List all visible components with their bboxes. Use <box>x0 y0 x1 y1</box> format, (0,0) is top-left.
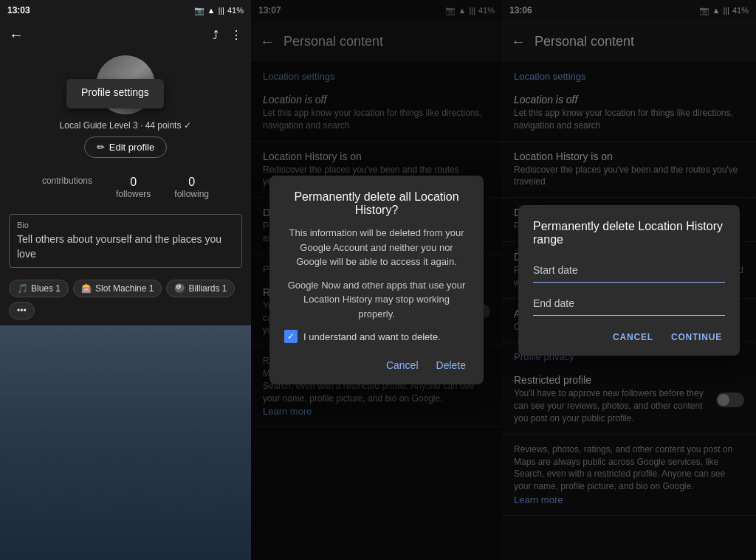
tag-blues-emoji: 🎵 <box>17 283 28 294</box>
tag-slot[interactable]: 🎰 Slot Machine 1 <box>73 280 162 297</box>
profile-settings-popup: Profile settings <box>66 79 164 108</box>
dialog-cancel-button[interactable]: Cancel <box>383 355 422 376</box>
dialog-body1-m: This information will be deleted from yo… <box>284 226 469 269</box>
edit-profile-button[interactable]: ✏ Edit profile <box>84 136 167 158</box>
profile-header: Profile settings Local Guide Level 3 · 4… <box>0 49 251 167</box>
contributions-stat: contributions <box>42 176 92 199</box>
contributions-label: contributions <box>42 176 92 186</box>
profile-popup-title: Profile settings <box>81 86 149 98</box>
start-date-field[interactable]: Start date <box>533 261 725 283</box>
dialog-checkbox[interactable]: ✓ <box>284 330 298 343</box>
share-icon[interactable]: ⤴ <box>213 29 219 42</box>
bio-text: Tell others about yourself and the place… <box>17 232 234 261</box>
edit-icon: ✏ <box>97 142 105 153</box>
right-dialog-actions: CANCEL CONTINUE <box>533 328 725 347</box>
following-count: 0 <box>188 176 195 189</box>
action-icons: ⤴ ⋮ <box>213 28 242 42</box>
right-dialog-title: Permanently delete Location History rang… <box>533 220 725 246</box>
tags-row: 🎵 Blues 1 🎰 Slot Machine 1 🎱 Billiards 1… <box>0 274 251 325</box>
end-date-field[interactable]: End date <box>533 294 725 316</box>
more-icon[interactable]: ⋮ <box>230 28 242 42</box>
dialog-checkbox-label: I understand and want to delete. <box>303 331 441 342</box>
tag-blues[interactable]: 🎵 Blues 1 <box>9 280 69 297</box>
time-left: 13:03 <box>7 5 30 15</box>
status-bar-left: 13:03 📷 ▲ ||| 41% <box>0 0 251 21</box>
delete-all-dialog: Permanently delete all Location History?… <box>269 176 484 384</box>
tag-slot-label: Slot Machine 1 <box>95 283 154 294</box>
tag-blues-label: Blues 1 <box>31 283 61 294</box>
end-date-label: End date <box>533 297 725 309</box>
followers-stat[interactable]: 0 followers <box>116 176 151 199</box>
local-guide-badge: Local Guide Level 3 · 44 points ✓ <box>60 120 192 131</box>
battery-icon: 41% <box>227 6 244 15</box>
signal-icon: ||| <box>218 6 224 15</box>
right-dialog-continue-button[interactable]: CONTINUE <box>668 328 725 347</box>
top-bar: ← ⤴ ⋮ <box>0 21 251 49</box>
delete-range-dialog-overlay: Permanently delete Location History rang… <box>502 0 756 560</box>
left-panel: 13:03 📷 ▲ ||| 41% ← ⤴ ⋮ Profile settings… <box>0 0 251 560</box>
dialog-actions: Cancel Delete <box>284 355 469 376</box>
following-stat[interactable]: 0 following <box>174 176 209 199</box>
followers-count: 0 <box>130 176 137 189</box>
back-icon[interactable]: ← <box>9 27 24 44</box>
wifi-icon: ▲ <box>207 6 216 15</box>
tag-slot-emoji: 🎰 <box>81 283 92 294</box>
bio-section: Bio Tell others about yourself and the p… <box>9 214 242 268</box>
dialog-checkbox-row: ✓ I understand and want to delete. <box>284 330 469 343</box>
tag-billiards-label: Billiards 1 <box>188 283 227 294</box>
bio-label: Bio <box>17 221 234 229</box>
dialog-body2-m: Google Now and other apps that use your … <box>284 278 469 322</box>
notification-icon: 📷 <box>194 6 205 15</box>
stats-row: contributions 0 followers 0 following <box>0 167 251 208</box>
delete-range-dialog: Permanently delete Location History rang… <box>518 205 740 356</box>
delete-all-dialog-overlay: Permanently delete all Location History?… <box>251 0 502 560</box>
local-guide-text: Local Guide Level 3 · 44 points <box>60 120 182 131</box>
tag-more[interactable]: ••• <box>9 302 35 319</box>
tag-billiards[interactable]: 🎱 Billiards 1 <box>166 280 235 297</box>
right-dialog-cancel-button[interactable]: CANCEL <box>610 328 656 347</box>
right-panel: 13:06 📷 ▲ ||| 41% ← Personal content Loc… <box>502 0 756 560</box>
edit-profile-label: Edit profile <box>109 142 154 153</box>
tag-billiards-emoji: 🎱 <box>174 283 185 294</box>
dialog-title-m: Permanently delete all Location History? <box>284 190 469 217</box>
followers-label: followers <box>116 189 151 199</box>
dialog-delete-button[interactable]: Delete <box>433 355 469 376</box>
verified-icon: ✓ <box>184 120 191 131</box>
start-date-label: Start date <box>533 264 725 276</box>
middle-panel: 13:07 📷 ▲ ||| 41% ← Personal content Loc… <box>251 0 502 560</box>
tag-more-icon: ••• <box>17 305 27 316</box>
following-label: following <box>174 189 209 199</box>
profile-background <box>0 325 251 560</box>
status-icons-left: 📷 ▲ ||| 41% <box>194 6 244 15</box>
